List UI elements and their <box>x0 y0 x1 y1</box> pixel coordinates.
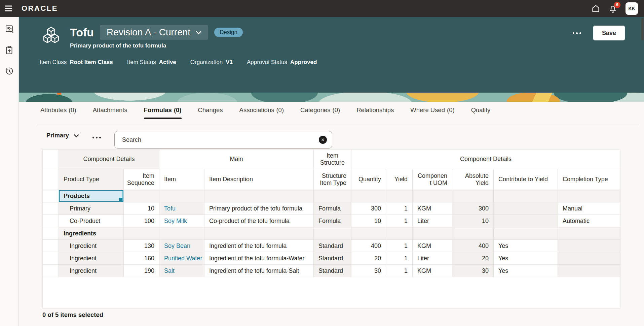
table-cell[interactable]: Products <box>59 190 124 202</box>
table-cell[interactable]: 400 <box>452 240 494 252</box>
table-cell[interactable] <box>314 227 351 240</box>
tab-quality[interactable]: Quality <box>471 106 491 119</box>
header-more-actions-button[interactable] <box>572 30 582 36</box>
row-gutter[interactable] <box>43 252 59 265</box>
table-cell[interactable] <box>558 190 620 202</box>
column-header[interactable]: Item <box>159 169 204 190</box>
column-header[interactable]: Structure Item Type <box>314 169 351 190</box>
table-cell[interactable]: KGM <box>413 240 452 252</box>
column-header[interactable]: Quantity <box>351 169 386 190</box>
table-cell[interactable] <box>204 190 314 202</box>
revision-selector[interactable]: Revision A - Current <box>100 25 208 40</box>
sidebar-history-button[interactable] <box>4 66 14 76</box>
column-header[interactable]: Item Description <box>204 169 314 190</box>
item-link[interactable]: Soy Milk <box>164 218 187 225</box>
tab-categories[interactable]: Categories(0) <box>300 106 340 119</box>
table-cell[interactable]: Ingredients <box>59 227 124 240</box>
table-cell[interactable] <box>494 227 558 240</box>
table-cell[interactable]: 130 <box>124 240 159 252</box>
tab-formulas[interactable]: Formulas(0) <box>144 106 182 119</box>
table-cell[interactable]: 10 <box>452 215 494 227</box>
table-cell[interactable]: Primary product of the tofu formula <box>204 202 314 215</box>
sidebar-clipboard-upload-button[interactable] <box>4 45 14 55</box>
sidebar-item-search-button[interactable] <box>4 24 14 34</box>
table-cell[interactable]: 20 <box>452 252 494 265</box>
table-cell[interactable] <box>413 227 452 240</box>
item-link[interactable]: Tofu <box>164 205 176 212</box>
table-cell[interactable] <box>386 227 413 240</box>
column-header[interactable]: Component UOM <box>413 169 452 190</box>
table-cell[interactable] <box>452 227 494 240</box>
table-cell[interactable]: 190 <box>124 265 159 277</box>
table-cell[interactable]: Liter <box>413 215 452 227</box>
table-cell[interactable] <box>159 190 204 202</box>
table-cell[interactable]: Salt <box>159 265 204 277</box>
table-cell[interactable] <box>494 202 558 215</box>
table-cell[interactable] <box>558 252 620 265</box>
table-cell[interactable]: Yes <box>494 240 558 252</box>
table-cell[interactable]: 1 <box>386 265 413 277</box>
save-button[interactable]: Save <box>593 26 625 40</box>
vertical-scrollbar[interactable] <box>641 18 644 40</box>
table-cell[interactable]: KGM <box>413 265 452 277</box>
table-cell[interactable]: 1 <box>386 240 413 252</box>
table-cell[interactable]: 10 <box>351 215 386 227</box>
table-cell[interactable]: Formula <box>314 202 351 215</box>
table-cell[interactable]: 1 <box>386 215 413 227</box>
table-cell[interactable]: Standard <box>314 252 351 265</box>
column-header[interactable]: Completion Type <box>558 169 620 190</box>
home-button[interactable] <box>591 4 600 13</box>
search-clear-button[interactable]: ✕ <box>319 136 327 144</box>
tab-changes[interactable]: Changes <box>198 106 223 119</box>
table-cell[interactable]: 20 <box>351 252 386 265</box>
item-link[interactable]: Soy Bean <box>164 242 190 250</box>
user-avatar[interactable]: KK <box>626 2 638 15</box>
table-cell[interactable]: Manual <box>558 202 620 215</box>
table-cell[interactable] <box>413 190 452 202</box>
filter-more-actions-button[interactable] <box>91 135 102 140</box>
table-cell[interactable]: 30 <box>351 265 386 277</box>
table-cell[interactable]: Ingredient of the tofu formula-Water <box>204 252 314 265</box>
row-gutter[interactable] <box>43 227 59 240</box>
table-cell[interactable] <box>124 227 159 240</box>
table-cell[interactable] <box>558 265 620 277</box>
menu-button[interactable] <box>0 0 17 17</box>
table-cell[interactable]: Co-Product <box>59 215 124 227</box>
table-cell[interactable]: 1 <box>386 252 413 265</box>
table-cell[interactable]: Soy Bean <box>159 240 204 252</box>
table-cell[interactable]: 160 <box>124 252 159 265</box>
table-cell[interactable] <box>351 227 386 240</box>
table-cell[interactable]: Soy Milk <box>159 215 204 227</box>
table-cell[interactable]: 30 <box>452 265 494 277</box>
item-link[interactable]: Salt <box>164 267 175 274</box>
table-cell[interactable] <box>452 190 494 202</box>
table-cell[interactable]: KGM <box>413 202 452 215</box>
formula-type-selector[interactable]: Primary <box>46 132 79 139</box>
table-cell[interactable] <box>494 190 558 202</box>
tab-attachments[interactable]: Attachments <box>93 106 127 119</box>
table-cell[interactable] <box>494 215 558 227</box>
table-cell[interactable]: Ingredient of the tofu formula <box>204 240 314 252</box>
table-cell[interactable] <box>314 190 351 202</box>
table-cell[interactable]: 10 <box>124 202 159 215</box>
row-gutter[interactable] <box>43 202 59 215</box>
table-cell[interactable] <box>204 227 314 240</box>
column-header[interactable]: Product Type <box>59 169 124 190</box>
table-cell[interactable] <box>558 227 620 240</box>
table-cell[interactable]: Automatic <box>558 215 620 227</box>
tab-relationships[interactable]: Relationships <box>356 106 394 119</box>
row-gutter[interactable] <box>43 215 59 227</box>
column-header[interactable]: Absolute Yield <box>452 169 494 190</box>
selection-fill-handle[interactable] <box>119 198 122 201</box>
table-cell[interactable]: Yes <box>494 252 558 265</box>
table-cell[interactable]: Formula <box>314 215 351 227</box>
column-header[interactable]: Item Sequence <box>124 169 159 190</box>
table-cell[interactable]: 100 <box>124 215 159 227</box>
table-cell[interactable]: 300 <box>351 202 386 215</box>
table-cell[interactable]: 300 <box>452 202 494 215</box>
tab-where-used[interactable]: Where Used(0) <box>410 106 454 119</box>
table-cell[interactable]: Standard <box>314 240 351 252</box>
table-cell[interactable]: 1 <box>386 202 413 215</box>
row-gutter[interactable] <box>43 240 59 252</box>
table-cell[interactable]: Ingredient of the tofu formula-Salt <box>204 265 314 277</box>
